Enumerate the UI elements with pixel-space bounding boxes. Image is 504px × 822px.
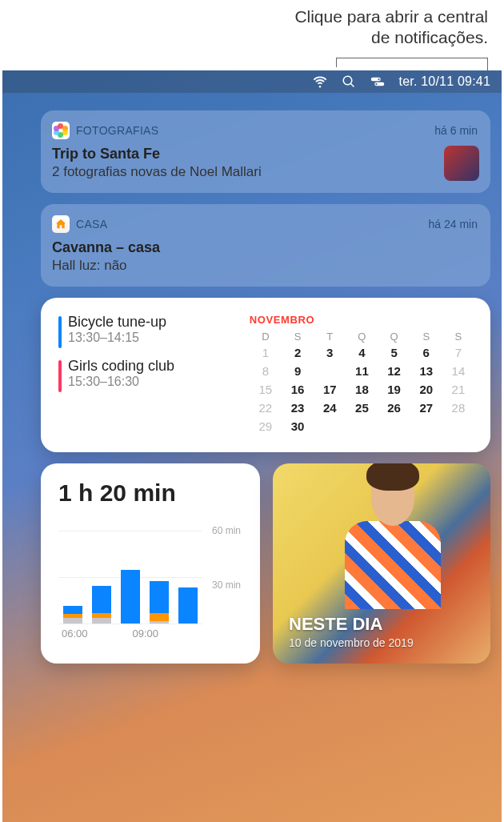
chart-xlabels: 06:00 09:00	[58, 628, 158, 640]
chart-bar-segment	[63, 606, 82, 614]
photos-memory-widget[interactable]: NESTE DIA 10 de novembro de 2019	[273, 463, 490, 664]
chart-bar-segment	[178, 587, 198, 624]
calendar-dow: D	[250, 331, 282, 343]
notification-title: Trip to Santa Fe	[52, 146, 478, 162]
calendar-day[interactable]: 19	[378, 383, 410, 396]
calendar-day[interactable]: 26	[378, 401, 410, 415]
callout-line2: de notificações.	[294, 27, 488, 48]
calendar-day[interactable]: 23	[282, 401, 314, 415]
calendar-day[interactable]: 15	[250, 383, 282, 396]
desktop: ter. 10/11 09:41	[2, 70, 502, 822]
chart-xlabel: 09:00	[133, 628, 159, 640]
calendar-day[interactable]: 30	[282, 419, 314, 433]
calendar-day[interactable]: 8	[250, 364, 282, 378]
calendar-days-grid: 1234567891011121314151617181920212223242…	[250, 346, 474, 433]
notification-thumbnail	[444, 146, 479, 181]
notification-app-name: FOTOGRAFIAS	[76, 124, 158, 137]
calendar-dow: T	[314, 331, 346, 343]
notification-time: há 6 min	[434, 124, 478, 137]
calendar-day[interactable]: 14	[442, 364, 474, 378]
menubar-datetime[interactable]: ter. 10/11 09:41	[399, 74, 490, 89]
calendar-day[interactable]: 3	[314, 346, 346, 359]
calendar-widget[interactable]: Bicycle tune-up 13:30–14:15 Girls coding…	[41, 298, 490, 452]
calendar-event[interactable]: Girls coding club 15:30–16:30	[58, 358, 242, 389]
chart-bar-segment	[92, 586, 111, 612]
calendar-month: NOVEMBRO DSTQQSS 12345678910111213141516…	[250, 314, 474, 433]
notification-header: FOTOGRAFIAS há 6 min	[52, 122, 478, 139]
notification-item[interactable]: CASA há 24 min Cavanna – casa Hall luz: …	[41, 204, 490, 287]
calendar-day[interactable]: 24	[314, 401, 346, 415]
calendar-dow: S	[442, 331, 474, 343]
calendar-day[interactable]: 7	[442, 346, 474, 359]
chart-bar-segment	[63, 618, 82, 624]
spotlight-icon[interactable]	[342, 74, 356, 89]
calendar-dow: Q	[346, 331, 378, 343]
memory-subtitle: 10 de novembro de 2019	[289, 636, 474, 649]
notification-center: FOTOGRAFIAS há 6 min Trip to Santa Fe 2 …	[2, 93, 502, 664]
chart-bar	[63, 606, 82, 624]
chart-ylabel: 60 min	[212, 525, 241, 536]
photo-person-illustration	[353, 470, 433, 598]
chart-bar	[92, 586, 111, 624]
calendar-day[interactable]: 6	[410, 346, 442, 359]
calendar-day[interactable]: 25	[346, 401, 378, 415]
calendar-dow: S	[282, 331, 314, 343]
chart-bar-segment	[150, 621, 169, 624]
photos-app-icon	[52, 122, 70, 139]
event-title: Girls coding club	[68, 358, 242, 375]
calendar-day[interactable]: 10	[314, 364, 346, 378]
notification-app: FOTOGRAFIAS	[52, 122, 158, 139]
notification-app: CASA	[52, 215, 107, 233]
calendar-day[interactable]: 13	[410, 364, 442, 378]
calendar-day[interactable]: 21	[442, 383, 474, 396]
calendar-day[interactable]: 11	[346, 364, 378, 378]
widget-row: 1 h 20 min 60 min 30 min 06:00 09:00	[41, 463, 490, 664]
calendar-day[interactable]: 28	[442, 401, 474, 415]
notification-body: Hall luz: não	[52, 258, 478, 274]
calendar-day[interactable]: 5	[378, 346, 410, 359]
calendar-events: Bicycle tune-up 13:30–14:15 Girls coding…	[58, 314, 242, 433]
calendar-day[interactable]: 18	[346, 383, 378, 396]
calendar-day[interactable]: 4	[346, 346, 378, 359]
notification-item[interactable]: FOTOGRAFIAS há 6 min Trip to Santa Fe 2 …	[41, 110, 490, 193]
memory-title: NESTE DIA	[289, 614, 474, 635]
callout-line1: Clique para abrir a central	[294, 6, 488, 27]
event-title: Bicycle tune-up	[68, 314, 242, 331]
calendar-day[interactable]: 20	[410, 383, 442, 396]
notification-title: Cavanna – casa	[52, 239, 478, 256]
calendar-day[interactable]: 17	[314, 383, 346, 396]
chart-bar-segment	[121, 570, 140, 624]
event-time: 15:30–16:30	[68, 375, 242, 389]
calendar-day[interactable]: 9	[282, 364, 314, 378]
menubar: ter. 10/11 09:41	[2, 70, 502, 93]
chart-ylabel: 30 min	[212, 579, 241, 591]
calendar-day[interactable]: 2	[282, 346, 314, 359]
calendar-dow-row: DSTQQSS	[250, 331, 474, 343]
chart-bar	[150, 581, 169, 624]
notification-time: há 24 min	[429, 218, 478, 231]
chart-bar	[178, 587, 198, 624]
control-center-icon[interactable]	[370, 74, 385, 89]
chart-bar-segment	[92, 613, 111, 619]
chart-xlabel: 06:00	[62, 628, 88, 640]
calendar-dow: Q	[378, 331, 410, 343]
calendar-day[interactable]: 22	[250, 401, 282, 415]
wifi-icon[interactable]	[313, 74, 327, 89]
chart-bar	[121, 570, 140, 624]
calendar-day[interactable]: 29	[250, 419, 282, 433]
screentime-total: 1 h 20 min	[58, 479, 244, 507]
notification-app-name: CASA	[76, 218, 107, 231]
notification-body: 2 fotografias novas de Noel Mallari	[52, 164, 478, 180]
calendar-day[interactable]: 27	[410, 401, 442, 415]
screentime-widget[interactable]: 1 h 20 min 60 min 30 min 06:00 09:00	[41, 463, 260, 664]
home-app-icon	[52, 215, 70, 233]
event-time: 13:30–14:15	[68, 331, 242, 345]
screentime-chart: 60 min 30 min 06:00 09:00	[58, 531, 241, 640]
chart-bar-segment	[92, 618, 111, 624]
calendar-event[interactable]: Bicycle tune-up 13:30–14:15	[58, 314, 242, 345]
month-name: NOVEMBRO	[250, 314, 474, 326]
calendar-day[interactable]: 1	[250, 346, 282, 359]
calendar-day[interactable]: 16	[282, 383, 314, 396]
callout-label: Clique para abrir a central de notificaç…	[294, 6, 488, 49]
calendar-day[interactable]: 12	[378, 364, 410, 378]
